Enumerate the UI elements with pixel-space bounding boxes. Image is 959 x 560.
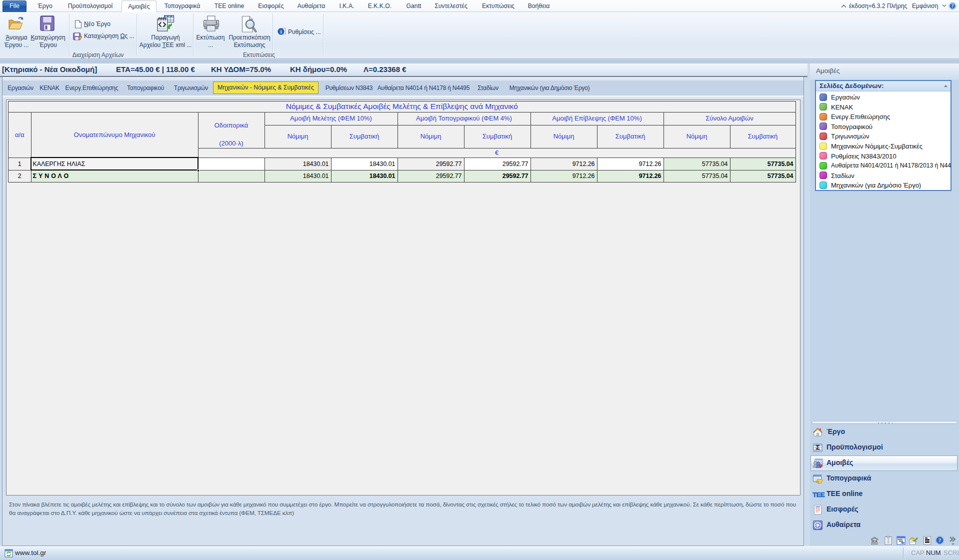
svg-text:ΙΚΑ: ΙΚΑ [872,540,878,543]
svg-text:Σ: Σ [816,444,820,451]
svg-text:?: ? [952,4,954,8]
svg-text:i: i [280,30,282,34]
svg-text:ΤΕΕ: ΤΕΕ [812,491,825,498]
svg-text:?: ? [938,538,941,543]
